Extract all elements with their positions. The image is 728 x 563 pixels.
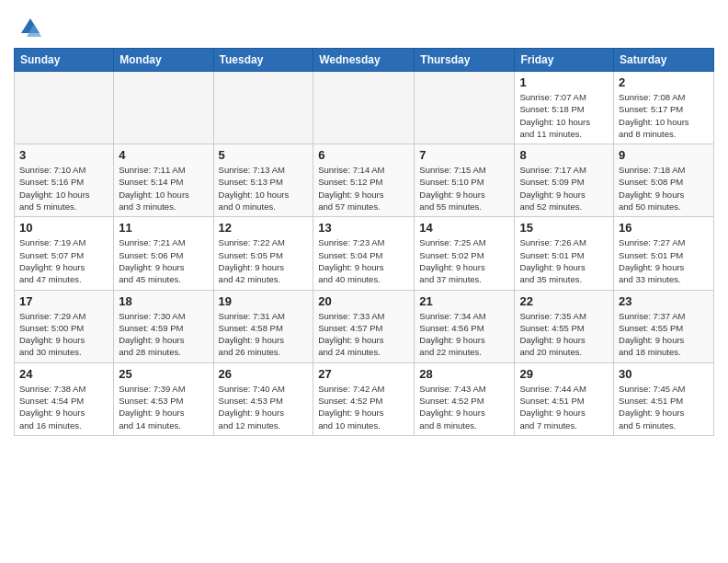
day-number: 20 xyxy=(318,294,409,308)
calendar-cell: 6Sunrise: 7:14 AM Sunset: 5:12 PM Daylig… xyxy=(313,144,415,217)
weekday-header: Thursday xyxy=(415,49,515,72)
calendar-cell: 8Sunrise: 7:17 AM Sunset: 5:09 PM Daylig… xyxy=(515,144,614,217)
header xyxy=(14,9,714,40)
calendar-cell: 15Sunrise: 7:26 AM Sunset: 5:01 PM Dayli… xyxy=(515,217,614,290)
day-info: Sunrise: 7:11 AM Sunset: 5:14 PM Dayligh… xyxy=(119,164,208,213)
page: SundayMondayTuesdayWednesdayThursdayFrid… xyxy=(0,0,728,450)
day-info: Sunrise: 7:31 AM Sunset: 4:58 PM Dayligh… xyxy=(219,310,309,359)
day-number: 2 xyxy=(619,75,709,89)
calendar-cell xyxy=(213,72,313,144)
calendar-cell: 26Sunrise: 7:40 AM Sunset: 4:53 PM Dayli… xyxy=(213,362,313,435)
day-info: Sunrise: 7:34 AM Sunset: 4:56 PM Dayligh… xyxy=(419,310,509,359)
day-info: Sunrise: 7:44 AM Sunset: 4:51 PM Dayligh… xyxy=(519,383,609,431)
day-number: 12 xyxy=(219,221,309,235)
calendar-cell xyxy=(15,72,114,144)
day-info: Sunrise: 7:29 AM Sunset: 5:00 PM Dayligh… xyxy=(19,310,108,359)
day-number: 30 xyxy=(619,367,709,381)
calendar-cell: 24Sunrise: 7:38 AM Sunset: 4:54 PM Dayli… xyxy=(15,362,114,435)
weekday-header: Monday xyxy=(114,49,213,72)
calendar-week-row: 17Sunrise: 7:29 AM Sunset: 5:00 PM Dayli… xyxy=(15,290,714,362)
calendar-table: SundayMondayTuesdayWednesdayThursdayFrid… xyxy=(14,48,714,436)
day-number: 11 xyxy=(119,221,208,235)
day-number: 21 xyxy=(419,294,509,308)
calendar-cell xyxy=(114,72,213,144)
day-info: Sunrise: 7:21 AM Sunset: 5:06 PM Dayligh… xyxy=(119,236,208,285)
logo-icon xyxy=(17,15,43,40)
day-number: 7 xyxy=(419,148,509,162)
day-info: Sunrise: 7:33 AM Sunset: 4:57 PM Dayligh… xyxy=(318,310,409,359)
day-info: Sunrise: 7:17 AM Sunset: 5:09 PM Dayligh… xyxy=(519,164,609,213)
day-number: 14 xyxy=(419,221,509,235)
day-number: 23 xyxy=(619,294,709,308)
day-info: Sunrise: 7:13 AM Sunset: 5:13 PM Dayligh… xyxy=(219,164,309,213)
day-number: 22 xyxy=(519,294,609,308)
day-info: Sunrise: 7:39 AM Sunset: 4:53 PM Dayligh… xyxy=(119,383,208,431)
day-info: Sunrise: 7:07 AM Sunset: 5:18 PM Dayligh… xyxy=(519,91,609,140)
day-number: 26 xyxy=(219,367,309,381)
calendar-cell: 23Sunrise: 7:37 AM Sunset: 4:55 PM Dayli… xyxy=(614,290,714,362)
day-number: 25 xyxy=(119,367,208,381)
day-number: 19 xyxy=(219,294,309,308)
day-info: Sunrise: 7:30 AM Sunset: 4:59 PM Dayligh… xyxy=(119,310,208,359)
calendar-cell: 11Sunrise: 7:21 AM Sunset: 5:06 PM Dayli… xyxy=(114,217,213,290)
calendar-week-row: 10Sunrise: 7:19 AM Sunset: 5:07 PM Dayli… xyxy=(15,217,714,290)
day-number: 3 xyxy=(19,148,108,162)
day-number: 17 xyxy=(19,294,108,308)
calendar-cell: 28Sunrise: 7:43 AM Sunset: 4:52 PM Dayli… xyxy=(415,362,515,435)
day-info: Sunrise: 7:15 AM Sunset: 5:10 PM Dayligh… xyxy=(419,164,509,213)
day-number: 5 xyxy=(219,148,309,162)
weekday-header: Friday xyxy=(515,49,614,72)
logo xyxy=(14,15,43,40)
calendar-cell xyxy=(415,72,515,144)
day-info: Sunrise: 7:25 AM Sunset: 5:02 PM Dayligh… xyxy=(419,236,509,285)
calendar-cell: 14Sunrise: 7:25 AM Sunset: 5:02 PM Dayli… xyxy=(415,217,515,290)
weekday-header: Tuesday xyxy=(213,49,313,72)
day-info: Sunrise: 7:10 AM Sunset: 5:16 PM Dayligh… xyxy=(19,164,108,213)
calendar-cell: 1Sunrise: 7:07 AM Sunset: 5:18 PM Daylig… xyxy=(515,72,614,144)
calendar-cell: 3Sunrise: 7:10 AM Sunset: 5:16 PM Daylig… xyxy=(15,144,114,217)
day-info: Sunrise: 7:37 AM Sunset: 4:55 PM Dayligh… xyxy=(619,310,709,359)
calendar-cell: 7Sunrise: 7:15 AM Sunset: 5:10 PM Daylig… xyxy=(415,144,515,217)
day-number: 18 xyxy=(119,294,208,308)
calendar-cell: 30Sunrise: 7:45 AM Sunset: 4:51 PM Dayli… xyxy=(614,362,714,435)
calendar-week-row: 3Sunrise: 7:10 AM Sunset: 5:16 PM Daylig… xyxy=(15,144,714,217)
calendar-cell: 19Sunrise: 7:31 AM Sunset: 4:58 PM Dayli… xyxy=(213,290,313,362)
calendar-cell xyxy=(313,72,415,144)
day-number: 24 xyxy=(19,367,108,381)
day-number: 6 xyxy=(318,148,409,162)
calendar-cell: 5Sunrise: 7:13 AM Sunset: 5:13 PM Daylig… xyxy=(213,144,313,217)
day-number: 8 xyxy=(519,148,609,162)
calendar-cell: 17Sunrise: 7:29 AM Sunset: 5:00 PM Dayli… xyxy=(15,290,114,362)
day-number: 4 xyxy=(119,148,208,162)
day-info: Sunrise: 7:26 AM Sunset: 5:01 PM Dayligh… xyxy=(519,236,609,285)
calendar-cell: 27Sunrise: 7:42 AM Sunset: 4:52 PM Dayli… xyxy=(313,362,415,435)
day-info: Sunrise: 7:42 AM Sunset: 4:52 PM Dayligh… xyxy=(318,383,409,431)
day-info: Sunrise: 7:23 AM Sunset: 5:04 PM Dayligh… xyxy=(318,236,409,285)
day-info: Sunrise: 7:08 AM Sunset: 5:17 PM Dayligh… xyxy=(619,91,709,140)
calendar-week-row: 1Sunrise: 7:07 AM Sunset: 5:18 PM Daylig… xyxy=(15,72,714,144)
day-info: Sunrise: 7:43 AM Sunset: 4:52 PM Dayligh… xyxy=(419,383,509,431)
calendar-cell: 18Sunrise: 7:30 AM Sunset: 4:59 PM Dayli… xyxy=(114,290,213,362)
day-info: Sunrise: 7:38 AM Sunset: 4:54 PM Dayligh… xyxy=(19,383,108,431)
day-info: Sunrise: 7:45 AM Sunset: 4:51 PM Dayligh… xyxy=(619,383,709,431)
day-info: Sunrise: 7:19 AM Sunset: 5:07 PM Dayligh… xyxy=(19,236,108,285)
day-number: 16 xyxy=(619,221,709,235)
day-info: Sunrise: 7:40 AM Sunset: 4:53 PM Dayligh… xyxy=(219,383,309,431)
day-number: 28 xyxy=(419,367,509,381)
day-info: Sunrise: 7:35 AM Sunset: 4:55 PM Dayligh… xyxy=(519,310,609,359)
calendar-cell: 22Sunrise: 7:35 AM Sunset: 4:55 PM Dayli… xyxy=(515,290,614,362)
calendar-cell: 29Sunrise: 7:44 AM Sunset: 4:51 PM Dayli… xyxy=(515,362,614,435)
calendar-cell: 12Sunrise: 7:22 AM Sunset: 5:05 PM Dayli… xyxy=(213,217,313,290)
calendar-cell: 25Sunrise: 7:39 AM Sunset: 4:53 PM Dayli… xyxy=(114,362,213,435)
calendar-cell: 9Sunrise: 7:18 AM Sunset: 5:08 PM Daylig… xyxy=(614,144,714,217)
calendar-cell: 2Sunrise: 7:08 AM Sunset: 5:17 PM Daylig… xyxy=(614,72,714,144)
calendar-cell: 21Sunrise: 7:34 AM Sunset: 4:56 PM Dayli… xyxy=(415,290,515,362)
weekday-header: Wednesday xyxy=(313,49,415,72)
weekday-header: Saturday xyxy=(614,49,714,72)
day-info: Sunrise: 7:14 AM Sunset: 5:12 PM Dayligh… xyxy=(318,164,409,213)
day-number: 13 xyxy=(318,221,409,235)
calendar-cell: 13Sunrise: 7:23 AM Sunset: 5:04 PM Dayli… xyxy=(313,217,415,290)
day-number: 10 xyxy=(19,221,108,235)
day-number: 29 xyxy=(519,367,609,381)
calendar-cell: 20Sunrise: 7:33 AM Sunset: 4:57 PM Dayli… xyxy=(313,290,415,362)
